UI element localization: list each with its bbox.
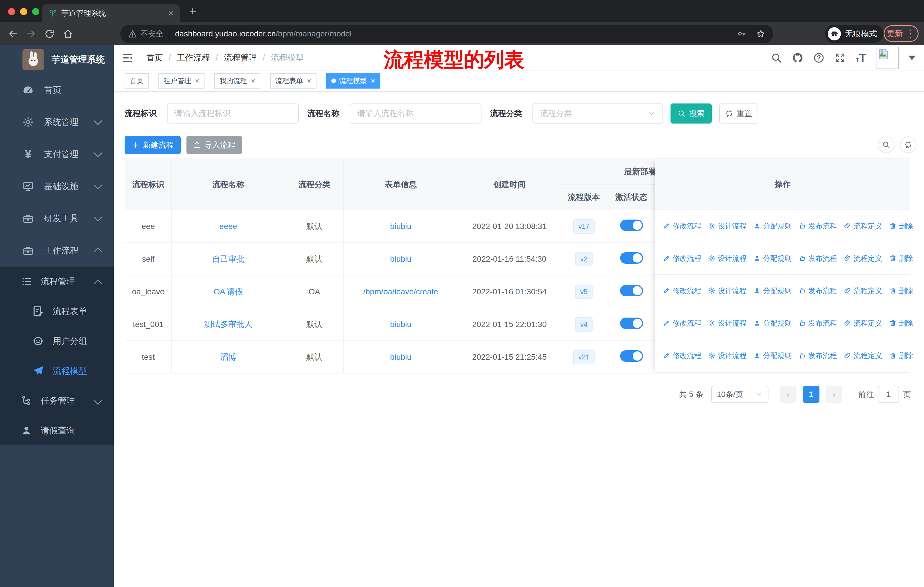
publish-process-link[interactable]: 发布流程	[799, 254, 837, 263]
category-select[interactable]: 流程分类	[533, 104, 663, 124]
active-toggle[interactable]	[620, 350, 643, 362]
process-name-link[interactable]: 测试多审批人	[204, 320, 252, 329]
process-definition-link[interactable]: 流程定义	[844, 351, 882, 360]
assign-rule-link[interactable]: 分配规则	[753, 286, 792, 296]
close-icon[interactable]: ×	[371, 76, 375, 85]
assign-rule-link[interactable]: 分配规则	[753, 351, 792, 360]
tag-home[interactable]: 首页	[125, 73, 148, 89]
design-process-link[interactable]: 设计流程	[708, 286, 746, 296]
edit-process-link[interactable]: 修改流程	[663, 221, 701, 231]
close-icon[interactable]: ×	[195, 76, 200, 85]
design-process-link[interactable]: 设计流程	[708, 254, 746, 263]
next-page-button[interactable]: ›	[826, 386, 842, 403]
form-info-link[interactable]: biubiu	[390, 320, 412, 329]
assign-rule-link[interactable]: 分配规则	[753, 318, 792, 328]
process-name-link[interactable]: eeee	[219, 222, 237, 231]
avatar[interactable]	[876, 47, 899, 69]
publish-process-link[interactable]: 发布流程	[799, 318, 837, 328]
breadcrumb-home[interactable]: 首页	[146, 52, 163, 64]
insecure-label[interactable]: 不安全	[140, 29, 163, 39]
tag-process-model[interactable]: 流程模型 ×	[326, 73, 380, 89]
process-name-link[interactable]: OA 请假	[214, 287, 243, 296]
sidebar-item-leave-query[interactable]: 请假查询	[0, 416, 114, 445]
delete-link[interactable]: 删除	[889, 351, 913, 360]
sidebar-item-payment[interactable]: ¥ 支付管理	[0, 138, 114, 170]
tab-close-icon[interactable]: ×	[168, 8, 173, 18]
font-size-icon[interactable]: тT	[856, 51, 866, 64]
sidebar-item-system[interactable]: 系统管理	[0, 106, 114, 138]
active-toggle[interactable]	[620, 317, 643, 329]
design-process-link[interactable]: 设计流程	[708, 318, 746, 328]
delete-link[interactable]: 删除	[889, 254, 913, 263]
fullscreen-icon[interactable]	[834, 52, 846, 64]
home-button[interactable]	[63, 28, 73, 39]
breadcrumb-workflow[interactable]: 工作流程	[177, 52, 210, 64]
sidebar-item-devtools[interactable]: 研发工具	[0, 202, 114, 235]
address-bar[interactable]: 不安全 dashboard.yudao.iocoder.cn /bpm/mana…	[120, 25, 773, 43]
edit-process-link[interactable]: 修改流程	[663, 351, 701, 360]
browser-update-menu-button[interactable]: 更新 ⋮	[884, 25, 919, 42]
sidebar-item-workflow[interactable]: 工作流程	[0, 235, 114, 266]
form-info-link[interactable]: biubiu	[390, 352, 412, 361]
design-process-link[interactable]: 设计流程	[708, 221, 746, 231]
form-info-link[interactable]: biubiu	[390, 255, 412, 263]
refresh-table-button[interactable]	[900, 136, 917, 153]
process-name-input[interactable]	[350, 104, 482, 124]
help-icon[interactable]	[813, 52, 825, 64]
process-definition-link[interactable]: 流程定义	[844, 221, 882, 231]
tag-tenant[interactable]: 租户管理 ×	[158, 73, 205, 89]
sidebar-item-process-mgmt[interactable]: 流程管理	[0, 266, 114, 296]
password-key-icon[interactable]	[737, 29, 746, 38]
search-icon[interactable]	[771, 52, 782, 64]
sidebar-item-home[interactable]: 首页	[0, 74, 114, 106]
sidebar-collapse-icon[interactable]	[122, 52, 134, 64]
search-button[interactable]: 搜索	[670, 104, 712, 124]
active-toggle[interactable]	[620, 252, 643, 264]
show-search-toggle-button[interactable]	[878, 136, 894, 153]
edit-process-link[interactable]: 修改流程	[663, 254, 701, 263]
github-icon[interactable]	[792, 52, 804, 64]
form-info-link[interactable]: biubiu	[390, 222, 412, 231]
sidebar-item-task-mgmt[interactable]: 任务管理	[0, 386, 114, 416]
publish-process-link[interactable]: 发布流程	[799, 351, 837, 360]
bookmark-star-icon[interactable]	[756, 29, 765, 38]
assign-rule-link[interactable]: 分配规则	[753, 254, 792, 263]
delete-link[interactable]: 删除	[889, 286, 913, 296]
design-process-link[interactable]: 设计流程	[708, 351, 746, 360]
reload-button[interactable]	[44, 28, 55, 39]
delete-link[interactable]: 删除	[889, 221, 913, 231]
process-definition-link[interactable]: 流程定义	[844, 254, 882, 263]
publish-process-link[interactable]: 发布流程	[799, 286, 837, 296]
browser-tab[interactable]: 芋道管理系统 ×	[42, 4, 180, 22]
process-name-link[interactable]: 自己审批	[212, 255, 244, 263]
new-tab-button[interactable]	[188, 6, 198, 16]
import-process-button[interactable]: 导入流程	[186, 136, 242, 154]
sidebar-item-process-model[interactable]: 流程模型	[0, 356, 114, 386]
close-window-button[interactable]	[8, 8, 15, 15]
edit-process-link[interactable]: 修改流程	[663, 318, 701, 328]
forward-button[interactable]	[26, 28, 37, 39]
create-process-button[interactable]: 新建流程	[125, 136, 181, 154]
breadcrumb-process-mgmt[interactable]: 流程管理	[224, 52, 257, 64]
process-definition-link[interactable]: 流程定义	[844, 318, 882, 328]
sidebar-item-user-group[interactable]: 用户分组	[0, 326, 114, 356]
page-size-select[interactable]: 10条/页	[711, 386, 769, 403]
form-info-link[interactable]: /bpm/oa/leave/create	[363, 287, 438, 296]
active-toggle[interactable]	[620, 220, 643, 231]
active-toggle[interactable]	[620, 285, 643, 296]
close-icon[interactable]: ×	[251, 76, 255, 85]
prev-page-button[interactable]: ‹	[780, 386, 797, 403]
tag-my-process[interactable]: 我的流程 ×	[214, 73, 261, 89]
publish-process-link[interactable]: 发布流程	[799, 221, 837, 231]
tag-process-form[interactable]: 流程表单 ×	[270, 73, 316, 89]
reset-button[interactable]: 重置	[719, 104, 758, 124]
process-name-link[interactable]: 滔博	[220, 352, 236, 361]
sidebar-item-infra[interactable]: 基础设施	[0, 170, 114, 202]
process-id-input[interactable]	[167, 104, 299, 124]
page-number-button[interactable]: 1	[803, 386, 820, 403]
avatar-caret-icon[interactable]	[909, 56, 916, 60]
sidebar-item-process-form[interactable]: 流程表单	[0, 296, 114, 326]
assign-rule-link[interactable]: 分配规则	[753, 221, 792, 231]
edit-process-link[interactable]: 修改流程	[663, 286, 701, 296]
delete-link[interactable]: 删除	[889, 318, 913, 328]
